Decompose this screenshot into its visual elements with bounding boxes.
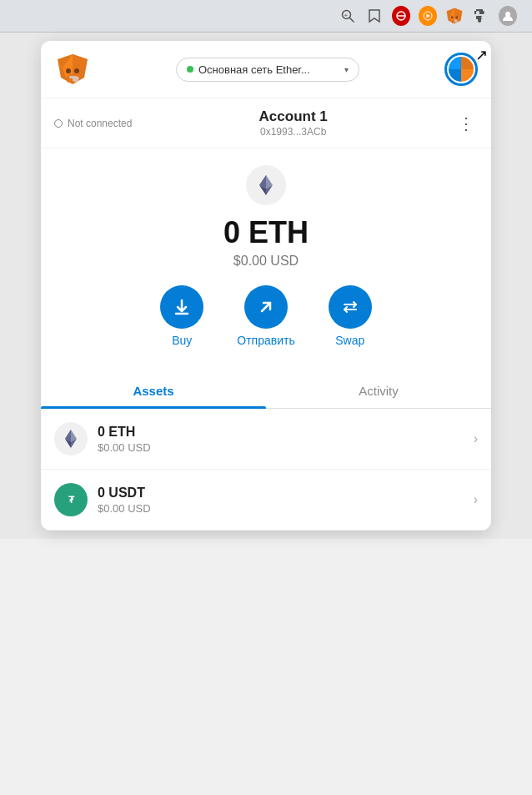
account-avatar-container[interactable]: ↗: [444, 53, 478, 86]
account-avatar-ring[interactable]: [444, 53, 478, 86]
usdt-asset-usd: $0.00 USD: [98, 502, 474, 515]
svg-rect-28: [69, 76, 76, 78]
svg-point-24: [66, 68, 71, 73]
eth-logo-circle: [246, 165, 286, 205]
asset-list: 0 ETH $0.00 USD › ₮ 0 USDT $0.00 USD ›: [41, 409, 491, 531]
network-status-dot: [187, 66, 193, 73]
browser-toolbar: +: [8, 7, 524, 32]
send-label: Отправить: [237, 334, 294, 347]
cursor-indicator: ↗: [475, 46, 488, 64]
account-bar: Not connected Account 1 0x1993...3ACb ⋮: [41, 98, 491, 148]
eth-diamond-icon: [254, 174, 278, 197]
red-ext-symbol: [392, 6, 410, 26]
action-buttons: Buy Отправить: [160, 285, 371, 347]
zoom-icon[interactable]: +: [339, 7, 357, 25]
eth-asset-logo: [54, 422, 88, 455]
svg-marker-6: [427, 14, 431, 18]
tab-assets[interactable]: Assets: [41, 374, 266, 408]
orange-extension-icon[interactable]: [419, 7, 437, 25]
balance-usd: $0.00 USD: [233, 254, 299, 269]
usdt-asset-info: 0 USDT $0.00 USD: [98, 486, 474, 515]
send-arrow-icon: [257, 298, 275, 316]
metamask-popup: Основная сеть Ether... ▾ ↗ Not connected…: [41, 41, 491, 531]
red-extension-icon[interactable]: [392, 7, 410, 25]
metamask-logo[interactable]: [54, 51, 91, 88]
account-name: Account 1: [259, 108, 328, 125]
account-address: 0x1993...3ACb: [259, 126, 328, 138]
user-profile-icon[interactable]: [499, 7, 517, 25]
send-button[interactable]: Отправить: [237, 285, 294, 347]
usdt-asset-logo: ₮: [54, 483, 88, 516]
swap-icon-circle: [329, 285, 372, 329]
send-icon-circle: [244, 285, 288, 329]
mm-header: Основная сеть Ether... ▾ ↗: [41, 41, 491, 98]
network-chevron-icon: ▾: [344, 65, 349, 74]
not-connected-dot: [54, 119, 63, 128]
user-avatar: [499, 6, 517, 26]
balance-amount: 0 ETH: [223, 215, 309, 250]
metamask-extension-icon[interactable]: [445, 7, 464, 25]
svg-text:₮: ₮: [68, 495, 75, 505]
svg-point-25: [74, 68, 79, 73]
browser-chrome: +: [0, 0, 532, 33]
usdt-asset-amount: 0 USDT: [98, 486, 474, 501]
account-avatar-pie: [449, 57, 474, 82]
usdt-logo-circle: ₮: [54, 483, 88, 516]
swap-label: Swap: [335, 334, 364, 347]
network-selector[interactable]: Основная сеть Ether... ▾: [176, 58, 359, 82]
svg-point-14: [451, 16, 454, 18]
balance-section: 0 ETH $0.00 USD Buy: [41, 148, 491, 367]
tab-activity[interactable]: Activity: [266, 374, 491, 408]
svg-line-35: [262, 303, 270, 311]
browser-extension-icons: +: [339, 7, 517, 25]
puzzle-icon[interactable]: [472, 7, 490, 25]
svg-line-1: [350, 18, 354, 23]
buy-icon-circle: [160, 285, 203, 329]
tabs-bar: Assets Activity: [41, 374, 491, 409]
connection-status-label: Not connected: [68, 118, 132, 129]
asset-item-eth[interactable]: 0 ETH $0.00 USD ›: [41, 409, 491, 470]
account-name-block: Account 1 0x1993...3ACb: [259, 108, 328, 138]
eth-asset-chevron-icon: ›: [474, 431, 478, 446]
svg-point-15: [455, 16, 458, 18]
account-menu-button[interactable]: ⋮: [454, 110, 478, 137]
svg-text:+: +: [344, 12, 349, 19]
orange-ext-symbol: [419, 6, 437, 26]
buy-label: Buy: [172, 334, 192, 347]
tether-icon: ₮: [59, 488, 83, 511]
bookmark-icon[interactable]: [365, 7, 384, 25]
buy-download-icon: [173, 298, 191, 316]
eth-asset-icon: [60, 428, 82, 450]
swap-arrows-icon: [341, 298, 359, 316]
buy-button[interactable]: Buy: [160, 285, 203, 347]
asset-item-usdt[interactable]: ₮ 0 USDT $0.00 USD ›: [41, 470, 491, 531]
swap-button[interactable]: Swap: [329, 285, 372, 347]
network-name: Основная сеть Ether...: [198, 63, 339, 76]
usdt-asset-chevron-icon: ›: [474, 492, 478, 507]
connection-status: Not connected: [54, 118, 132, 129]
eth-asset-info: 0 ETH $0.00 USD: [98, 425, 474, 454]
eth-asset-usd: $0.00 USD: [98, 441, 474, 454]
eth-asset-amount: 0 ETH: [98, 425, 474, 440]
